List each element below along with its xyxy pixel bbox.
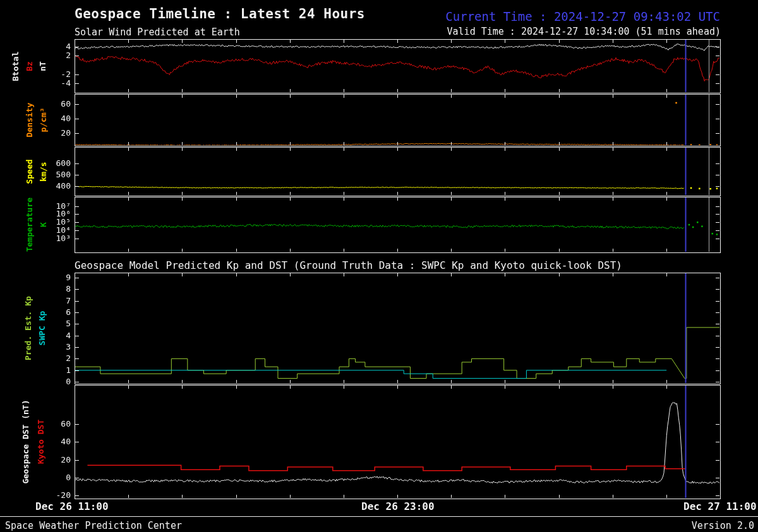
ylabel-geospace-dst-nt: Geospace DST (nT) <box>21 399 30 483</box>
ylabel-pred-est-kp: Pred. Est. Kp <box>23 296 33 360</box>
ylabel-km-s: km/s <box>39 162 48 181</box>
ylabel-kyoto-dst: Kyoto DST <box>36 420 45 464</box>
ylabel-temperature: Temperature <box>25 198 34 252</box>
page-title: Geospace Timeline : Latest 24 Hours <box>75 6 365 21</box>
ylabel-density: Density <box>25 103 34 138</box>
xaxis-label-middle: Dec 26 23:00 <box>361 500 435 512</box>
geospace-timeline-page: Geospace Timeline : Latest 24 Hours Curr… <box>0 0 758 532</box>
current-time-label: Current Time : 2024-12-27 09:43:02 UTC <box>445 9 720 23</box>
ylabel-swpc-kp: SWPC Kp <box>37 311 47 346</box>
footer-divider <box>0 516 758 517</box>
xaxis-label-start: Dec 26 11:00 <box>35 500 109 512</box>
ylabel-nt: nT <box>38 61 47 71</box>
footer-version-label: Version 2.0 <box>692 520 754 531</box>
ylabel-k: K <box>39 222 48 227</box>
ylabel-btotal: Btotal <box>11 51 20 81</box>
ylabel-speed: Speed <box>25 159 34 184</box>
ylabel-bz: Bz <box>25 61 34 71</box>
xaxis-label-end: Dec 27 11:00 <box>683 500 757 512</box>
ylabel-p-cm: p/cm³ <box>39 107 48 132</box>
valid-time-label: Valid Time : 2024-12-27 10:34:00 (51 min… <box>447 26 721 37</box>
kp-dst-section-title: Geospace Model Predicted Kp and DST (Gro… <box>75 259 622 271</box>
solar-wind-subtitle: Solar Wind Predicted at Earth <box>75 27 240 38</box>
footer-org-label: Space Weather Prediction Center <box>5 520 182 531</box>
